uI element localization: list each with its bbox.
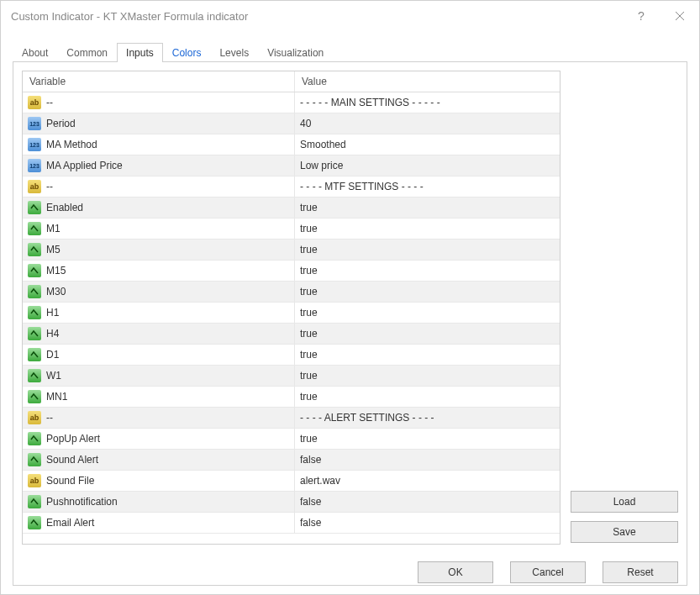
table-row[interactable]: MN1true (23, 387, 560, 408)
close-button[interactable] (661, 1, 699, 31)
cell-value[interactable]: true (295, 219, 560, 239)
table-row[interactable]: H1true (23, 303, 560, 324)
cell-variable: M15 (23, 261, 295, 281)
reset-button[interactable]: Reset (603, 561, 678, 583)
cell-value[interactable]: Smoothed (295, 134, 560, 155)
table-row[interactable]: ab--- - - - ALERT SETTINGS - - - - (23, 408, 560, 429)
variable-name: Sound Alert (46, 454, 98, 466)
tab-panel-inputs: Variable Value ab--- - - - - MAIN SETTIN… (13, 61, 687, 586)
table-row[interactable]: H4true (23, 324, 560, 345)
value-text: true (300, 244, 318, 255)
table-row[interactable]: M5true (23, 240, 560, 261)
inputs-table: Variable Value ab--- - - - - MAIN SETTIN… (22, 71, 561, 545)
variable-name: W1 (46, 370, 61, 382)
bool-type-icon (28, 495, 41, 508)
bool-type-icon (28, 222, 41, 235)
bool-type-icon (28, 390, 41, 403)
cell-value[interactable]: false (295, 492, 560, 512)
number-type-icon: 123 (28, 159, 41, 172)
bool-type-icon (28, 243, 41, 256)
tab-inputs[interactable]: Inputs (117, 43, 163, 62)
column-header-variable[interactable]: Variable (23, 71, 295, 92)
table-header: Variable Value (23, 71, 560, 92)
tab-about[interactable]: About (13, 43, 57, 62)
load-button[interactable]: Load (571, 491, 678, 513)
cell-value[interactable]: true (295, 366, 560, 386)
cell-value[interactable]: true (295, 324, 560, 344)
help-button[interactable]: ? (622, 1, 661, 31)
table-row[interactable]: 123Period40 (23, 113, 560, 134)
cell-variable: 123MA Applied Price (23, 155, 295, 176)
table-row[interactable]: Sound Alertfalse (23, 450, 560, 471)
variable-name: -- (46, 97, 53, 108)
cell-variable: Email Alert (23, 513, 295, 533)
cell-value[interactable]: true (295, 345, 560, 365)
close-icon (675, 11, 685, 21)
variable-name: M30 (46, 286, 66, 298)
table-row[interactable]: M1true (23, 219, 560, 240)
tab-visualization[interactable]: Visualization (258, 43, 333, 62)
tab-levels[interactable]: Levels (210, 43, 258, 62)
column-header-value[interactable]: Value (295, 71, 560, 92)
cell-value[interactable]: alert.wav (295, 471, 560, 491)
variable-name: Enabled (46, 202, 83, 213)
table-row[interactable]: abSound Filealert.wav (23, 471, 560, 492)
tab-colors[interactable]: Colors (163, 43, 211, 62)
variable-name: M15 (46, 265, 66, 276)
bool-type-icon (28, 516, 41, 529)
table-row[interactable]: Pushnotificationfalse (23, 492, 560, 513)
variable-name: -- (46, 412, 53, 424)
value-text: true (300, 286, 318, 298)
table-row[interactable]: W1true (23, 366, 560, 387)
cancel-button[interactable]: Cancel (510, 561, 586, 583)
table-row[interactable]: M15true (23, 261, 560, 282)
ok-button[interactable]: OK (418, 561, 493, 583)
cell-variable: 123MA Method (23, 134, 295, 155)
table-row[interactable]: Email Alertfalse (23, 513, 560, 534)
table-row[interactable]: D1true (23, 345, 560, 366)
table-row[interactable]: M30true (23, 282, 560, 303)
cell-value[interactable]: - - - - MTF SETTINGS - - - - (295, 176, 560, 197)
cell-variable: MN1 (23, 387, 295, 407)
save-button[interactable]: Save (571, 521, 678, 543)
cell-value[interactable]: true (295, 282, 560, 302)
cell-value[interactable]: true (295, 261, 560, 281)
cell-value[interactable]: true (295, 240, 560, 260)
variable-name: D1 (46, 349, 59, 361)
variable-name: MN1 (46, 391, 67, 403)
variable-name: Pushnotification (46, 496, 118, 508)
cell-value[interactable]: - - - - - MAIN SETTINGS - - - - - (295, 92, 560, 113)
table-row[interactable]: 123MA Applied PriceLow price (23, 155, 560, 176)
cell-value[interactable]: false (295, 450, 560, 470)
bool-type-icon (28, 327, 41, 340)
variable-name: M5 (46, 244, 61, 255)
value-text: true (300, 328, 318, 340)
cell-value[interactable]: Low price (295, 155, 560, 176)
cell-value[interactable]: true (295, 387, 560, 407)
cell-variable: PopUp Alert (23, 429, 295, 449)
cell-value[interactable]: 40 (295, 113, 560, 134)
cell-variable: abSound File (23, 471, 295, 491)
value-text: false (300, 454, 321, 466)
table-row[interactable]: ab--- - - - MTF SETTINGS - - - - (23, 176, 560, 197)
bool-type-icon (28, 453, 41, 466)
table-row[interactable]: 123MA MethodSmoothed (23, 134, 560, 155)
cell-value[interactable]: false (295, 513, 560, 533)
side-buttons: Load Save (571, 71, 678, 545)
tab-common[interactable]: Common (57, 43, 117, 62)
variable-name: MA Applied Price (46, 160, 123, 171)
cell-value[interactable]: - - - - ALERT SETTINGS - - - - (295, 408, 560, 428)
bool-type-icon (28, 432, 41, 445)
variable-name: Sound File (46, 475, 94, 487)
cell-value[interactable]: true (295, 429, 560, 449)
bool-type-icon (28, 369, 41, 382)
variable-name: -- (46, 181, 53, 192)
table-row[interactable]: PopUp Alerttrue (23, 429, 560, 450)
table-body: ab--- - - - - MAIN SETTINGS - - - - -123… (23, 92, 560, 534)
cell-value[interactable]: true (295, 303, 560, 323)
cell-variable: 123Period (23, 113, 295, 134)
cell-variable: H4 (23, 324, 295, 344)
table-row[interactable]: ab--- - - - - MAIN SETTINGS - - - - - (23, 92, 560, 113)
table-row[interactable]: Enabledtrue (23, 197, 560, 219)
cell-value[interactable]: true (295, 197, 560, 218)
